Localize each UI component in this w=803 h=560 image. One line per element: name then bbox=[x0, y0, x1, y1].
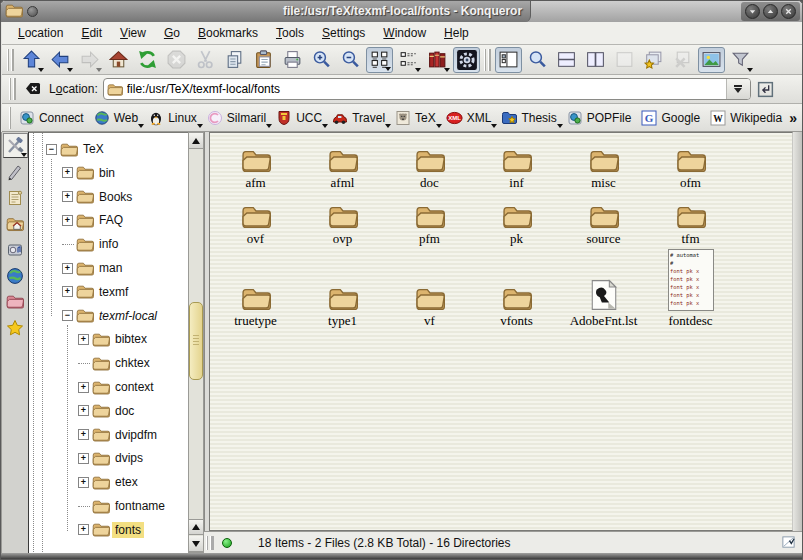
tree-item-texmf-local[interactable]: −texmf-local bbox=[29, 304, 160, 328]
menu-settings[interactable]: Settings bbox=[314, 24, 373, 42]
tree-expander[interactable]: + bbox=[78, 477, 89, 488]
tree-item-fontname[interactable]: fontname bbox=[29, 494, 168, 518]
bookmark-xml[interactable]: XMLXML bbox=[443, 108, 497, 128]
locationbar-handle[interactable] bbox=[9, 78, 16, 100]
minimize-button[interactable] bbox=[745, 4, 760, 19]
bookshelf-view-button[interactable] bbox=[424, 47, 451, 73]
close-button[interactable] bbox=[781, 4, 796, 19]
bookmark-ucc[interactable]: UCC bbox=[273, 108, 327, 128]
sidebar-tab-services[interactable] bbox=[3, 237, 28, 262]
reload-button[interactable] bbox=[134, 47, 161, 73]
list-view-button[interactable] bbox=[395, 47, 422, 73]
split-view-vertical-button[interactable] bbox=[582, 47, 609, 73]
bookmark-connect[interactable]: Connect bbox=[16, 108, 89, 128]
bookmark-linux[interactable]: Linux bbox=[145, 108, 202, 128]
bookmark-travel[interactable]: Travel bbox=[329, 108, 390, 128]
menu-location[interactable]: Location bbox=[10, 24, 71, 42]
tree-item-doc[interactable]: +doc bbox=[29, 399, 137, 423]
maximize-button[interactable] bbox=[763, 4, 778, 19]
zoom-in-button[interactable] bbox=[308, 47, 335, 73]
folder-item-vf[interactable]: vf bbox=[386, 249, 473, 329]
folder-item-source[interactable]: source bbox=[560, 195, 647, 247]
statusbar-grip[interactable] bbox=[206, 536, 214, 550]
bookmarkbar-handle[interactable] bbox=[9, 107, 11, 129]
folder-item-misc[interactable]: misc bbox=[560, 139, 647, 191]
bookmark-web[interactable]: Web bbox=[91, 108, 143, 128]
toolbar-handle[interactable] bbox=[484, 49, 491, 71]
tree-expander[interactable]: + bbox=[62, 191, 73, 202]
tree-expander[interactable]: + bbox=[78, 524, 89, 535]
tree-item-man[interactable]: +man bbox=[29, 256, 125, 280]
menu-window[interactable]: Window bbox=[375, 24, 434, 42]
scroll-up-button[interactable] bbox=[189, 133, 203, 149]
menu-help[interactable]: Help bbox=[436, 24, 477, 42]
clear-location-icon[interactable] bbox=[24, 80, 42, 98]
filter-button[interactable] bbox=[727, 47, 754, 73]
bookmark-popfile[interactable]: POPFile bbox=[564, 108, 637, 128]
tree-expander[interactable]: + bbox=[62, 263, 73, 274]
tree-expander[interactable]: + bbox=[62, 167, 73, 178]
thumbnails-button[interactable] bbox=[698, 47, 725, 73]
konqueror-gear-button[interactable] bbox=[453, 47, 480, 73]
go-button[interactable] bbox=[756, 80, 775, 99]
tree-item-texmf[interactable]: +texmf bbox=[29, 280, 131, 304]
folder-item-ovp[interactable]: ovp bbox=[299, 195, 386, 247]
bookmark-silmaril[interactable]: Silmaril bbox=[204, 108, 271, 128]
remove-view-button[interactable] bbox=[611, 47, 638, 73]
bookmark-wikipedia[interactable]: WWikipedia bbox=[707, 108, 787, 128]
tree-item-fonts[interactable]: +fonts bbox=[29, 518, 144, 542]
tree-expander[interactable]: + bbox=[62, 215, 73, 226]
menu-bookmarks[interactable]: Bookmarks bbox=[190, 24, 266, 42]
menu-view[interactable]: View bbox=[112, 24, 154, 42]
tree-item-context[interactable]: +context bbox=[29, 375, 157, 399]
back-button[interactable] bbox=[47, 47, 74, 73]
stop-button[interactable] bbox=[163, 47, 190, 73]
tree-expander[interactable]: + bbox=[78, 429, 89, 440]
up-button[interactable] bbox=[18, 47, 45, 73]
folder-item-pk[interactable]: pk bbox=[473, 195, 560, 247]
close-view-button[interactable] bbox=[669, 47, 696, 73]
bookmark-google[interactable]: GGoogle bbox=[638, 108, 705, 128]
folder-item-tfm[interactable]: tfm bbox=[647, 195, 734, 247]
folder-item-afml[interactable]: afml bbox=[299, 139, 386, 191]
scroll-up-button-2[interactable] bbox=[189, 519, 203, 535]
menu-tools[interactable]: Tools bbox=[268, 24, 312, 42]
bookmark-thesis[interactable]: Thesis bbox=[498, 108, 561, 128]
tree-item-bin[interactable]: +bin bbox=[29, 161, 118, 185]
titlebar[interactable]: file:/usr/TeX/texmf-local/fonts - Konque… bbox=[1, 1, 802, 22]
location-dropdown-button[interactable] bbox=[726, 79, 750, 99]
tree-expander[interactable]: + bbox=[78, 453, 89, 464]
sidebar-tab-history[interactable] bbox=[3, 185, 28, 210]
tree-expander[interactable]: + bbox=[62, 286, 73, 297]
bookmark-tex[interactable]: TeX bbox=[392, 108, 441, 128]
folder-item-vfonts[interactable]: vfonts bbox=[473, 249, 560, 329]
cut-button[interactable] bbox=[192, 47, 219, 73]
zoom-out-button[interactable] bbox=[337, 47, 364, 73]
menu-go[interactable]: Go bbox=[156, 24, 188, 42]
forward-button[interactable] bbox=[76, 47, 103, 73]
tree-item-bibtex[interactable]: +bibtex bbox=[29, 327, 150, 351]
icon-view-button[interactable] bbox=[366, 47, 393, 73]
tree-item-Books[interactable]: +Books bbox=[29, 185, 135, 209]
tree-expander[interactable]: + bbox=[78, 334, 89, 345]
tree-expander[interactable]: + bbox=[78, 405, 89, 416]
folder-item-doc[interactable]: doc bbox=[386, 139, 473, 191]
sidebar-tab-root-folder[interactable] bbox=[3, 289, 28, 314]
sidebar-tab-network[interactable] bbox=[3, 263, 28, 288]
scrollbar-thumb[interactable] bbox=[189, 302, 203, 380]
tree-expander[interactable]: − bbox=[62, 310, 73, 321]
tree-item-TeX[interactable]: −TeX bbox=[29, 137, 107, 161]
folder-item-ofm[interactable]: ofm bbox=[647, 139, 734, 191]
icon-view[interactable]: afmafmldocinfmiscofm ovfovppfmpksourcetf… bbox=[209, 132, 793, 531]
scroll-down-button[interactable] bbox=[189, 536, 203, 552]
folder-item-pfm[interactable]: pfm bbox=[386, 195, 473, 247]
tree-item-chktex[interactable]: chktex bbox=[29, 351, 153, 375]
tree-item-dvipdfm[interactable]: +dvipdfm bbox=[29, 423, 160, 447]
menu-edit[interactable]: Edit bbox=[73, 24, 110, 42]
file-item-fontdesc[interactable]: # automat#font pk xfont pk xfont pk xfon… bbox=[647, 249, 734, 329]
print-button[interactable] bbox=[279, 47, 306, 73]
folder-item-afm[interactable]: afm bbox=[212, 139, 299, 191]
tree-item-dvips[interactable]: +dvips bbox=[29, 446, 146, 470]
toolbar-handle[interactable] bbox=[7, 49, 14, 71]
tree-expander[interactable]: + bbox=[78, 382, 89, 393]
